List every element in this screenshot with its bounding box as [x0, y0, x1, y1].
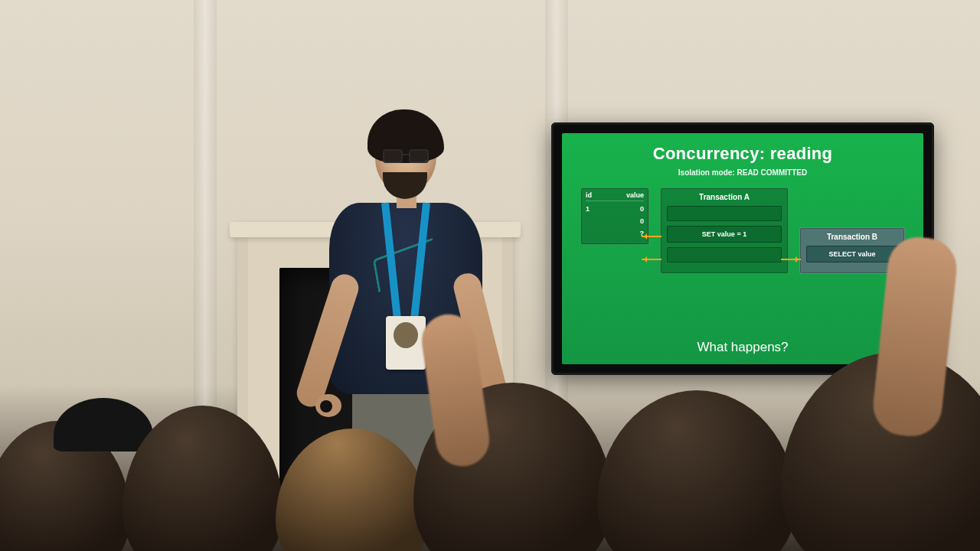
arrow-icon: [642, 236, 662, 237]
txn-a-op: [667, 247, 782, 262]
arrow-icon: [781, 259, 801, 260]
db-table: id value 1 0 0 ?: [580, 187, 649, 245]
slide-diagram: id value 1 0 0 ?: [576, 187, 910, 274]
transaction-a-title: Transaction A: [667, 193, 782, 201]
txn-b-op: SELECT value: [806, 246, 898, 262]
wall-molding: [194, 0, 217, 421]
slide: Concurrency: reading Isolation mode: REA…: [562, 133, 923, 364]
col-id: id: [586, 191, 592, 199]
transaction-a-box: Transaction A SET value = 1: [660, 187, 789, 274]
slide-title: Concurrency: reading: [576, 144, 910, 164]
slide-question: What happens?: [562, 340, 923, 355]
glasses-icon: [383, 149, 429, 161]
conference-badge: [386, 316, 426, 370]
transaction-b-box: Transaction B SELECT value: [799, 227, 905, 274]
slide-subtitle: Isolation mode: READ COMMITTED: [576, 168, 910, 177]
presentation-screen: Concurrency: reading Isolation mode: REA…: [551, 122, 934, 375]
txn-a-op: SET value = 1: [667, 226, 782, 243]
transaction-b-title: Transaction B: [806, 233, 898, 241]
col-value: value: [626, 191, 644, 199]
txn-a-op: [667, 206, 782, 221]
conference-room-scene: Concurrency: reading Isolation mode: REA…: [0, 0, 980, 551]
arrow-icon: [642, 259, 662, 260]
speaker-person: [306, 119, 475, 517]
presentation-clicker: [320, 400, 332, 412]
